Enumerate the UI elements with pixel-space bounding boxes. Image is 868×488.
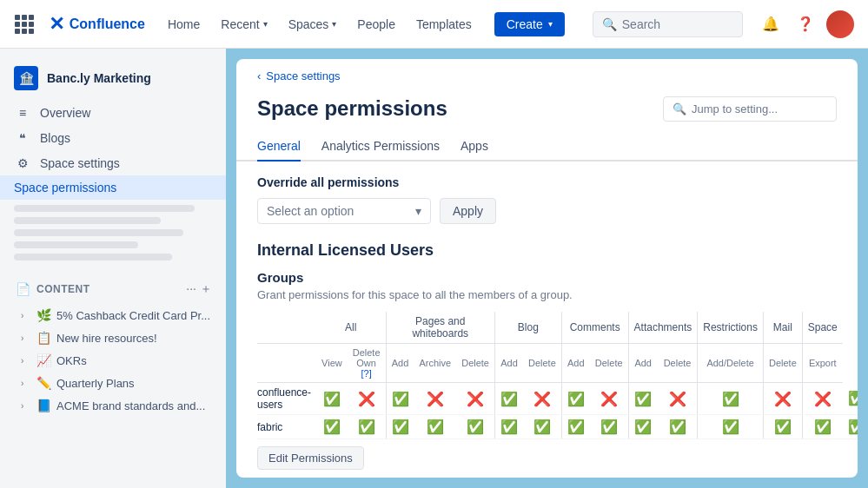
x-icon: ❌ (600, 392, 618, 406)
search-input[interactable]: 🔍 Search (593, 11, 743, 37)
logo-text: Confluence (70, 16, 145, 32)
chevron-down-icon: ▾ (548, 19, 553, 29)
space-header[interactable]: 🏦 Banc.ly Marketing (0, 59, 226, 97)
content-icon: 📄 (14, 282, 31, 296)
permission-cell: ❌ (456, 383, 494, 415)
grid-dots (15, 15, 34, 34)
logo[interactable]: ✕ Confluence (49, 13, 145, 36)
jump-to-setting[interactable]: 🔍 Jump to setting... (663, 96, 837, 122)
permission-cell: ✅ (386, 415, 414, 439)
permission-cell: ✅ (494, 383, 523, 415)
col-comments-add: Add (561, 344, 590, 383)
permission-cell: ✅ (763, 415, 802, 439)
nav-home[interactable]: Home (159, 12, 209, 36)
permission-cell: ❌ (590, 383, 628, 415)
page-title: Space permissions (257, 96, 447, 121)
skeleton-line (14, 217, 161, 224)
col-restrictions-add-delete: Add/Delete (698, 344, 764, 383)
check-icon: ✅ (323, 419, 341, 434)
sidebar-tree-item[interactable]: › ✏️ Quarterly Plans (0, 372, 226, 394)
top-nav: ✕ Confluence Home Recent ▾ Spaces ▾ Peop… (0, 0, 868, 49)
permission-cell: ✅ (316, 383, 348, 415)
avatar[interactable] (826, 10, 854, 38)
check-icon: ✅ (669, 419, 686, 434)
col-pages-header: Pages and whiteboards (386, 312, 494, 344)
apply-button[interactable]: Apply (440, 198, 496, 224)
add-icon[interactable]: ＋ (200, 281, 212, 297)
create-button[interactable]: Create ▾ (494, 12, 565, 36)
col-mail-delete: Delete (763, 344, 802, 383)
check-icon: ✅ (467, 419, 484, 434)
permission-cell: ✅ (843, 415, 858, 439)
col-space-export: Export (802, 344, 843, 383)
more-icon[interactable]: ··· (186, 281, 196, 297)
skeleton-line (14, 241, 138, 248)
permissions-table: All Pages and whiteboards Blog Comments … (257, 312, 858, 439)
groups-label: Groups (257, 270, 837, 285)
notification-icon[interactable]: 🔔 (757, 10, 785, 38)
sidebar-item-space-permissions[interactable]: Space permissions (0, 175, 226, 200)
check-icon: ✅ (814, 419, 832, 434)
permission-cell: ✅ (348, 415, 386, 439)
table-row: confluence-users✅❌✅❌❌✅❌✅❌✅❌✅❌❌✅ (257, 383, 858, 415)
check-icon: ✅ (500, 392, 518, 406)
permission-cell: ❌ (414, 383, 457, 415)
permission-cell: ❌ (802, 383, 843, 415)
col-blog-delete: Delete (523, 344, 561, 383)
check-icon: ✅ (533, 419, 551, 434)
nav-icons: 🔔 ❓ (757, 10, 854, 38)
col-attachments-header: Attachments (628, 312, 698, 344)
override-select[interactable]: Select an option ▾ (257, 198, 431, 224)
gear-icon: ⚙ (14, 156, 31, 170)
breadcrumb-link[interactable]: Space settings (266, 69, 340, 82)
tab-apps[interactable]: Apps (461, 132, 488, 162)
help-icon[interactable]: ❓ (792, 10, 819, 38)
check-icon: ✅ (358, 419, 375, 434)
page-header: Space permissions 🔍 Jump to setting... (236, 89, 858, 122)
list-icon: ≡ (14, 106, 31, 120)
x-icon: ❌ (669, 392, 686, 406)
tab-analytics-permissions[interactable]: Analytics Permissions (321, 132, 440, 162)
check-icon: ✅ (848, 391, 858, 406)
permission-cell: ❌ (348, 383, 386, 415)
nav-people[interactable]: People (348, 12, 404, 36)
col-archive: Archive (414, 344, 457, 383)
search-icon: 🔍 (673, 102, 686, 115)
tabs: General Analytics Permissions Apps (236, 132, 858, 162)
chevron-right-icon: › (21, 333, 31, 343)
check-icon: ✅ (600, 419, 618, 434)
nav-recent[interactable]: Recent ▾ (212, 12, 275, 36)
override-label: Override all permissions (257, 175, 837, 189)
check-icon: ✅ (427, 419, 444, 434)
sidebar-item-blogs[interactable]: ❝ Blogs ··· (0, 125, 226, 151)
sidebar-tree-item[interactable]: › 📘 ACME brand standards and... (0, 394, 226, 417)
skeleton-line (14, 229, 183, 236)
sidebar-tree-item[interactable]: › 📋 New hire resources! (0, 326, 226, 349)
permission-cell: ❌ (763, 383, 802, 415)
sidebar-section-actions[interactable]: ··· ＋ (186, 281, 212, 297)
edit-permissions-button[interactable]: Edit Permissions (257, 446, 364, 470)
permission-cell: ✅ (414, 415, 457, 439)
group-name-cell: confluence-users (257, 383, 316, 415)
tab-general[interactable]: General (257, 132, 301, 162)
override-row: Select an option ▾ Apply (257, 198, 837, 224)
permission-cell: ✅ (698, 383, 764, 415)
sidebar-item-overview[interactable]: ≡ Overview (0, 101, 226, 125)
sidebar: 🏦 Banc.ly Marketing ≡ Overview ❝ Blogs ·… (0, 49, 226, 488)
chevron-down-icon: ▾ (263, 19, 268, 29)
grid-menu-icon[interactable] (14, 12, 35, 36)
permission-cell: ✅ (658, 415, 698, 439)
logo-icon: ✕ (49, 13, 64, 36)
col-group-header (257, 312, 316, 344)
permission-cell: ✅ (843, 383, 858, 415)
col-space-header: Space (802, 312, 843, 344)
nav-spaces[interactable]: Spaces ▾ (280, 12, 346, 36)
col-add: Add (386, 344, 414, 383)
x-icon: ❌ (358, 392, 375, 406)
help-icon[interactable]: [?] (361, 368, 371, 379)
sidebar-item-space-settings[interactable]: ⚙ Space settings (0, 151, 226, 175)
nav-templates[interactable]: Templates (407, 12, 480, 36)
space-name: Banc.ly Marketing (47, 71, 151, 85)
sidebar-tree-item[interactable]: › 🌿 5% Cashback Credit Card Pr... (0, 304, 226, 326)
sidebar-tree-item[interactable]: › 📈 OKRs (0, 349, 226, 372)
